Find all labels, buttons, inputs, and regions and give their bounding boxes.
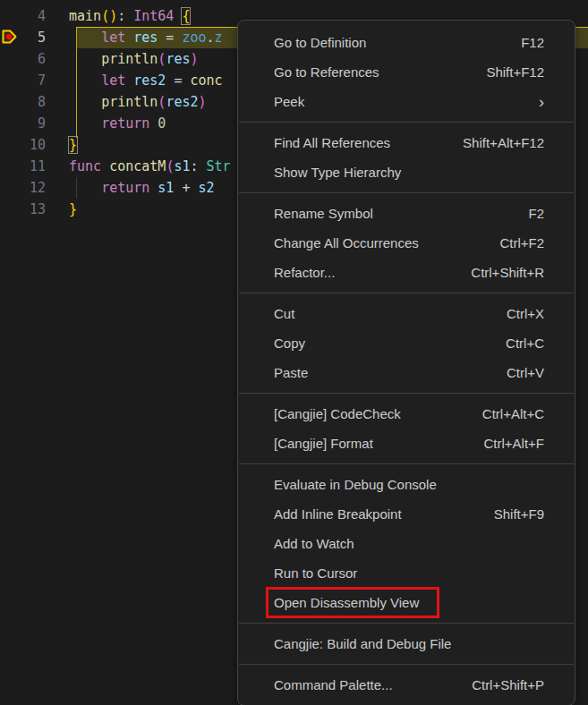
line-number[interactable]: 10 xyxy=(0,134,46,156)
menu-item-shortcut: Ctrl+Shift+P xyxy=(472,677,544,692)
token-fn: println xyxy=(101,94,158,110)
menu-item-cut[interactable]: CutCtrl+X xyxy=(238,299,575,328)
menu-item-label: Command Palette... xyxy=(274,677,393,692)
token-fn: println xyxy=(101,51,158,67)
menu-item-label: [Cangjie] CodeCheck xyxy=(274,406,401,421)
token-pl xyxy=(69,51,101,67)
line-number[interactable]: 8 xyxy=(0,91,46,113)
token-var: s2 xyxy=(199,180,215,196)
code-text[interactable]: return s1 + s2 xyxy=(69,177,215,199)
code-text[interactable]: let res = zoo.z xyxy=(69,27,223,48)
menu-item-label: Rename Symbol xyxy=(274,206,373,221)
token-b1: } xyxy=(69,201,77,217)
code-text[interactable]: println(res2) xyxy=(69,91,207,113)
menu-item-label: [Cangjie] Format xyxy=(274,436,373,451)
menu-item-label: Go to References xyxy=(274,64,379,80)
code-text[interactable]: let res2 = conc xyxy=(69,70,223,91)
menu-item-shortcut: Ctrl+Alt+F xyxy=(483,436,544,451)
token-b1m: { xyxy=(182,8,190,24)
menu-item-shortcut: Ctrl+F2 xyxy=(499,235,544,251)
menu-item-open-disassembly-view[interactable]: Open Disassembly View xyxy=(238,588,575,617)
code-text[interactable]: return 0 xyxy=(69,113,166,134)
token-pl xyxy=(149,115,158,132)
menu-item-paste[interactable]: PasteCtrl+V xyxy=(238,358,575,387)
line-number[interactable]: 4 xyxy=(0,5,46,27)
token-kw: return xyxy=(101,115,149,132)
line-number[interactable]: 7 xyxy=(0,70,46,91)
menu-item-shortcut: Ctrl+Alt+C xyxy=(482,406,544,421)
token-pl: = xyxy=(158,30,182,46)
menu-item-cangjie-format[interactable]: [Cangjie] FormatCtrl+Alt+F xyxy=(238,429,575,458)
menu-item-label: Find All References xyxy=(274,135,390,150)
token-var: s1 xyxy=(158,180,174,196)
line-number[interactable]: 9 xyxy=(0,113,46,134)
menu-separator xyxy=(239,293,574,293)
token-pl xyxy=(69,94,101,110)
menu-item-change-all-occurrences[interactable]: Change All OccurrencesCtrl+F2 xyxy=(238,228,575,258)
breakpoint-debug-arrow-icon[interactable] xyxy=(2,30,17,44)
token-pl xyxy=(125,72,133,89)
menu-item-go-to-definition[interactable]: Go to DefinitionF12 xyxy=(238,28,575,57)
menu-item-rename-symbol[interactable]: Rename SymbolF2 xyxy=(238,199,575,228)
token-var: s1 xyxy=(174,158,190,174)
indent-guide xyxy=(76,177,77,199)
token-var: res2 xyxy=(133,72,166,89)
menu-item-peek[interactable]: Peek› xyxy=(238,87,575,116)
code-text[interactable]: println(res) xyxy=(69,48,199,70)
token-var: res xyxy=(166,51,190,67)
line-number[interactable]: 13 xyxy=(0,199,46,220)
menu-item-label: Add Inline Breakpoint xyxy=(274,506,402,522)
token-num: 0 xyxy=(158,115,166,132)
menu-item-label: Evaluate in Debug Console xyxy=(274,477,437,492)
token-kw: let xyxy=(101,72,125,89)
menu-item-label: Go to Definition xyxy=(274,35,366,50)
menu-item-label: Cangjie: Build and Debug File xyxy=(274,636,451,651)
menu-item-label: Refactor... xyxy=(274,265,335,280)
menu-item-cangjie-codecheck[interactable]: [Cangjie] CodeCheckCtrl+Alt+C xyxy=(238,399,575,429)
token-b1m: } xyxy=(69,137,77,153)
token-var: res2 xyxy=(166,94,198,110)
menu-item-label: Paste xyxy=(274,365,308,380)
token-pl: = xyxy=(166,72,190,89)
line-number[interactable]: 6 xyxy=(0,48,46,70)
menu-item-evaluate-in-debug-console[interactable]: Evaluate in Debug Console xyxy=(238,470,575,499)
menu-item-label: Run to Cursor xyxy=(274,565,357,581)
menu-item-shortcut: F2 xyxy=(528,206,544,221)
menu-item-go-to-references[interactable]: Go to ReferencesShift+F12 xyxy=(238,57,575,87)
menu-separator xyxy=(239,393,574,394)
menu-item-shortcut: Ctrl+V xyxy=(507,365,544,380)
menu-separator xyxy=(239,192,574,193)
menu-item-label: Cut xyxy=(274,306,294,321)
token-prop: z xyxy=(215,30,223,46)
code-text[interactable]: func concatM(s1: Str xyxy=(69,156,231,177)
menu-separator xyxy=(239,122,574,123)
menu-item-refactor[interactable]: Refactor...Ctrl+Shift+R xyxy=(238,258,575,287)
menu-item-copy[interactable]: CopyCtrl+C xyxy=(238,328,575,358)
menu-item-shortcut: Shift+F12 xyxy=(486,64,544,80)
token-pl xyxy=(69,115,101,132)
menu-separator xyxy=(239,623,574,624)
line-number[interactable]: 11 xyxy=(0,156,46,177)
menu-item-show-type-hierarchy[interactable]: Show Type Hierarchy xyxy=(238,157,575,187)
token-b1: () xyxy=(101,8,117,24)
menu-item-command-palette[interactable]: Command Palette...Ctrl+Shift+P xyxy=(238,670,575,700)
code-text[interactable]: main(): Int64 { xyxy=(69,5,190,27)
menu-item-add-to-watch[interactable]: Add to Watch xyxy=(238,529,575,558)
menu-item-find-all-references[interactable]: Find All ReferencesShift+Alt+F12 xyxy=(238,128,575,157)
menu-item-shortcut: Shift+Alt+F12 xyxy=(463,135,544,150)
submenu-chevron-icon: › xyxy=(539,94,544,110)
menu-item-label: Peek xyxy=(274,94,304,109)
menu-item-cangjie-build-and-debug-file[interactable]: Cangjie: Build and Debug File xyxy=(238,629,575,658)
menu-item-label: Change All Occurrences xyxy=(274,235,419,251)
line-number[interactable]: 12 xyxy=(0,177,46,199)
menu-item-label: Show Type Hierarchy xyxy=(274,165,401,180)
token-pl xyxy=(69,30,101,46)
token-pl xyxy=(149,180,158,196)
menu-item-label: Open Disassembly View xyxy=(274,595,419,610)
code-text[interactable]: } xyxy=(69,199,77,220)
token-b2: ) xyxy=(190,51,198,67)
token-fn: concatM xyxy=(109,158,166,174)
token-type: Str xyxy=(207,158,231,174)
menu-item-run-to-cursor[interactable]: Run to Cursor xyxy=(238,558,575,588)
menu-item-add-inline-breakpoint[interactable]: Add Inline BreakpointShift+F9 xyxy=(238,499,575,529)
